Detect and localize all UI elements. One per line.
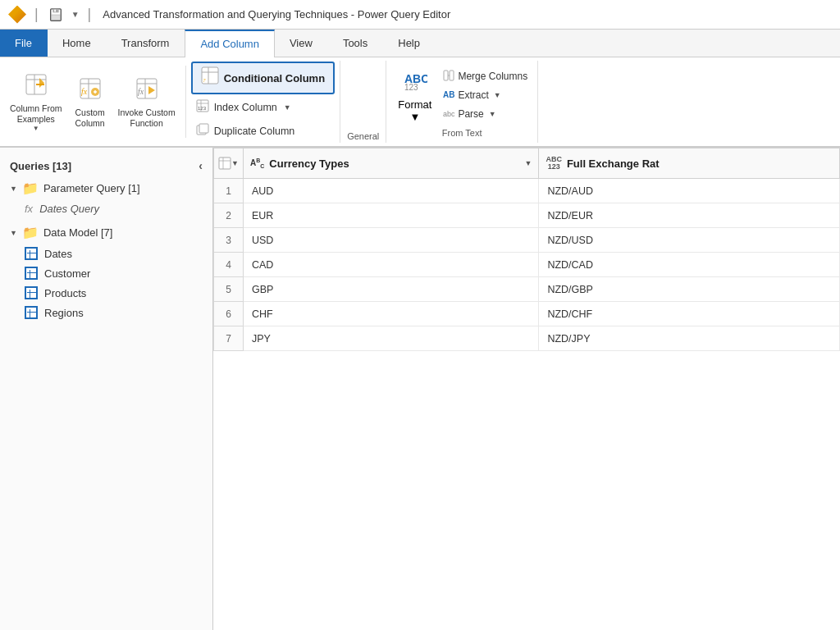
sidebar-item-dates[interactable]: Dates <box>0 244 212 263</box>
custom-column-icon: fx <box>77 75 103 106</box>
regions-table-icon <box>25 306 38 319</box>
exchange-cell: NZD/CAD <box>539 253 840 277</box>
svg-rect-34 <box>450 71 454 80</box>
title-sep2: | <box>88 6 92 23</box>
table-row[interactable]: 6 CHF NZD/CHF <box>214 302 840 326</box>
svg-text:abc: abc <box>443 110 454 118</box>
save-button[interactable] <box>47 6 65 24</box>
svg-rect-38 <box>219 158 231 169</box>
column-header-exchange-rate[interactable]: ABC123 Full Exchange Rat <box>539 148 840 179</box>
customer-table-icon <box>25 267 38 280</box>
conditional-column-icon: ? <box>201 66 219 89</box>
svg-text:fx: fx <box>138 87 144 96</box>
svg-text:123: 123 <box>404 83 418 92</box>
sidebar-item-dates-query[interactable]: fx Dates Query <box>0 199 212 218</box>
table-row[interactable]: 4 CAD NZD/CAD <box>214 253 840 277</box>
extract-icon: ABC <box>443 89 454 103</box>
table-row[interactable]: 1 AUD NZD/AUD <box>214 179 840 203</box>
column-from-examples-button[interactable]: Column FromExamples ▼ <box>5 68 67 135</box>
invoke-custom-function-icon: fx <box>134 75 160 106</box>
table-row[interactable]: 7 JPY NZD/JPY <box>214 326 840 351</box>
merge-columns-label: Merge Columns <box>458 71 527 82</box>
exchange-rate-col-name: Full Exchange Rat <box>567 158 660 170</box>
tab-help[interactable]: Help <box>383 30 436 57</box>
parse-button[interactable]: abc Parse ▼ <box>440 106 531 123</box>
extract-arrow: ▼ <box>494 91 501 99</box>
text-options-stack: Merge Columns ABC Extract ▼ abc <box>440 68 531 123</box>
conditional-column-label: Conditional Column <box>224 72 325 84</box>
index-column-icon: 123 <box>196 99 209 116</box>
sidebar-collapse-button[interactable]: ‹ <box>199 159 203 172</box>
tab-file[interactable]: File <box>0 30 48 57</box>
currency-cell: EUR <box>244 203 539 228</box>
table-row[interactable]: 3 USD NZD/USD <box>214 228 840 253</box>
merge-columns-button[interactable]: Merge Columns <box>440 68 531 85</box>
ribbon-content: Column FromExamples ▼ fx CustomC <box>0 57 840 148</box>
tab-transform[interactable]: Transform <box>107 30 185 57</box>
ribbon-tabs: File Home Transform Add Column View Tool… <box>0 30 840 57</box>
currency-type-icon: ABC <box>250 158 264 169</box>
currency-cell: AUD <box>244 179 539 203</box>
sidebar: Queries [13] ‹ ▼ 📁 Parameter Query [1] f… <box>0 148 213 630</box>
currency-types-col-name: Currency Types <box>269 158 349 170</box>
format-button[interactable]: ABC 123 Format ▼ <box>393 65 436 126</box>
sidebar-item-products[interactable]: Products <box>0 283 212 303</box>
column-header-currency-types[interactable]: ABC Currency Types ▼ <box>244 148 539 179</box>
index-column-arrow: ▼ <box>284 103 291 112</box>
currency-cell: USD <box>244 228 539 253</box>
table-selector-header: ▼ <box>214 148 244 179</box>
svg-rect-2 <box>51 15 60 20</box>
tab-tools[interactable]: Tools <box>328 30 383 57</box>
currency-cell: JPY <box>244 326 539 351</box>
main-area: Queries [13] ‹ ▼ 📁 Parameter Query [1] f… <box>0 148 840 630</box>
column-from-examples-icon <box>23 71 49 102</box>
format-arrow: ▼ <box>409 111 420 123</box>
row-number: 3 <box>214 228 244 253</box>
index-column-button[interactable]: 123 Index Column ▼ <box>191 97 335 118</box>
currency-types-dropdown[interactable]: ▼ <box>524 159 532 167</box>
format-icon: ABC 123 <box>403 68 427 98</box>
currency-cell: CHF <box>244 302 539 326</box>
sidebar-group-parameter-query-header[interactable]: ▼ 📁 Parameter Query [1] <box>0 177 212 199</box>
exchange-type-icon: ABC123 <box>546 156 562 171</box>
currency-cell: GBP <box>244 277 539 302</box>
row-number: 5 <box>214 277 244 302</box>
duplicate-column-icon <box>196 123 209 139</box>
tab-view[interactable]: View <box>275 30 328 57</box>
tab-add-column[interactable]: Add Column <box>185 30 275 57</box>
table-row[interactable]: 5 GBP NZD/GBP <box>214 277 840 302</box>
sidebar-group-data-model-header[interactable]: ▼ 📁 Data Model [7] <box>0 221 212 244</box>
column-from-examples-arrow: ▼ <box>33 125 39 132</box>
duplicate-column-label: Duplicate Column <box>214 126 295 137</box>
products-table-icon <box>25 286 38 299</box>
parameter-query-label: Parameter Query [1] <box>43 182 140 194</box>
sidebar-item-regions[interactable]: Regions <box>0 303 212 322</box>
exchange-cell: NZD/AUD <box>539 179 840 203</box>
sidebar-item-customer[interactable]: Customer <box>0 263 212 283</box>
custom-column-label: CustomColumn <box>75 107 105 128</box>
svg-rect-3 <box>54 9 56 11</box>
exchange-cell: NZD/EUR <box>539 203 840 228</box>
app-title: Advanced Transformation and Querying Tec… <box>103 8 450 21</box>
conditional-column-button[interactable]: ? Conditional Column <box>191 62 335 94</box>
extract-button[interactable]: ABC Extract ▼ <box>440 87 531 104</box>
custom-column-button[interactable]: fx CustomColumn <box>69 72 112 131</box>
exchange-cell: NZD/GBP <box>539 277 840 302</box>
currency-cell: CAD <box>244 253 539 277</box>
app-logo <box>8 6 26 24</box>
table-row[interactable]: 2 EUR NZD/EUR <box>214 203 840 228</box>
general-group-label: General <box>340 131 386 141</box>
invoke-custom-function-button[interactable]: fx Invoke CustomFunction <box>113 72 180 131</box>
format-label: Format <box>398 98 431 111</box>
title-bar: | ▼ | Advanced Transformation and Queryi… <box>0 0 840 30</box>
data-model-label: Data Model [7] <box>43 226 113 239</box>
parse-label: Parse <box>458 108 483 120</box>
tab-home[interactable]: Home <box>48 30 107 57</box>
title-sep: | <box>34 6 39 23</box>
row-number: 7 <box>214 326 244 351</box>
row-number: 1 <box>214 179 244 203</box>
sidebar-group-data-model: ▼ 📁 Data Model [7] Dates Customer Produc… <box>0 221 212 322</box>
duplicate-column-button[interactable]: Duplicate Column <box>191 121 335 142</box>
sidebar-header: Queries [13] ‹ <box>0 154 212 177</box>
title-bar-dropdown[interactable]: ▼ <box>71 10 80 19</box>
